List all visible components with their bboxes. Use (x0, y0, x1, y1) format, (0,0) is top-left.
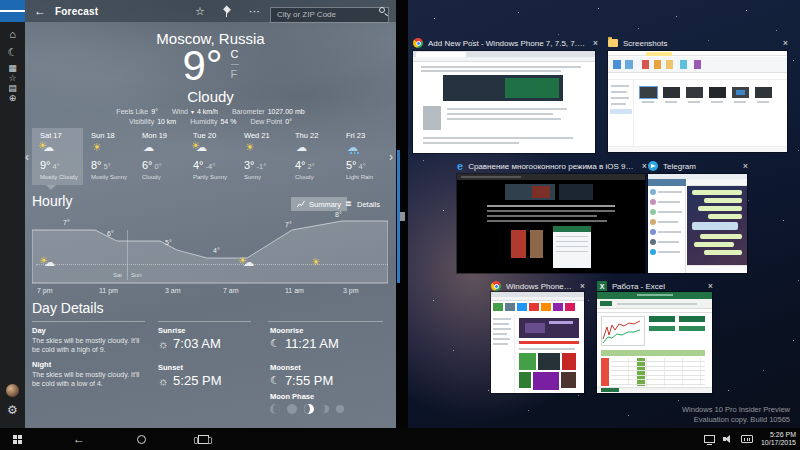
close-window-button[interactable]: × (591, 38, 600, 48)
start-button[interactable] (0, 428, 34, 450)
day-low: 4° (53, 162, 60, 171)
unit-celsius-toggle[interactable]: C (231, 48, 239, 60)
screen: ⌂ ☾ ▦ ☆ ▤ ⊕ ⚙ ← Forecast ☆ ⋯ (0, 0, 800, 450)
day-name: Thu 22 (295, 131, 338, 140)
hourly-temp-label: 4° (213, 247, 220, 254)
close-window-button[interactable]: × (578, 281, 587, 291)
touch-keyboard-icon[interactable] (741, 435, 753, 443)
stat-label: Barometer (232, 108, 265, 115)
sunset-label: Sunset (158, 363, 183, 372)
cortana-search-button[interactable] (124, 428, 158, 450)
day-name: Wed 21 (244, 131, 287, 140)
search-icon[interactable] (379, 7, 385, 13)
window-title: Add New Post - Windows Phone 7, 7.5, 7.8… (428, 39, 586, 48)
window-thumbnail-telegram[interactable] (648, 174, 747, 273)
cloudy-icon: ☁ (295, 142, 315, 154)
daily-item-mon[interactable]: Mon 19 ☁ 6°0° Cloudy (134, 128, 185, 185)
partly-sunny-icon: ☀☁ (193, 142, 213, 154)
daily-item-wed[interactable]: Wed 21 ☀ 3°-1° Sunny (236, 128, 287, 185)
edge-icon: e (457, 161, 463, 171)
daily-item-tue[interactable]: Tue 20 ☀☁ 4°-4° Partly Sunny (185, 128, 236, 185)
partly-cloudy-icon: ☀☁ (240, 257, 260, 269)
pin-to-start-icon[interactable] (223, 6, 231, 17)
close-window-button[interactable]: × (706, 281, 715, 291)
network-icon[interactable] (704, 435, 715, 443)
tray-time: 5:26 PM (761, 431, 796, 440)
window-thumbnail-wordpress[interactable] (413, 51, 595, 153)
sunny-icon: ☀ (244, 142, 264, 154)
snap-divider-handle[interactable] (400, 212, 405, 221)
hourly-temp-label: 6° (107, 230, 114, 237)
favorite-star-icon[interactable]: ☆ (195, 5, 205, 18)
back-button[interactable]: ← (25, 4, 55, 18)
daily-item-thu[interactable]: Thu 22 ☁ 4°2° Cloudy (287, 128, 338, 185)
window-header: Screenshots × (608, 37, 790, 49)
close-window-button[interactable]: × (741, 161, 750, 171)
window-thumbnail-excel[interactable] (597, 292, 712, 393)
details-button[interactable]: ≣ Details (339, 197, 386, 211)
daily-item-sat[interactable]: Sat 17 ☀☁ 9°4° Mostly Cloudy (32, 128, 83, 185)
window-title: Screenshots (623, 39, 776, 48)
summary-label: Summary (309, 200, 341, 209)
volume-icon[interactable] (723, 435, 733, 444)
hourly-temp-label: 8° (335, 211, 342, 218)
mostly-cloudy-icon: ☀☁ (40, 142, 60, 154)
day-name: Sun 18 (91, 131, 134, 140)
moon-phase-full-icon (336, 405, 344, 413)
day-low: 0° (155, 162, 162, 171)
window-thumbnail-explorer[interactable] (608, 51, 787, 152)
window-thumbnail-edge[interactable] (457, 174, 645, 273)
sunny-icon: ☀ (310, 257, 330, 269)
summary-chart-icon (297, 200, 305, 208)
world-weather-icon[interactable]: ⊕ (0, 88, 25, 108)
moonrise-icon: ☾ (270, 337, 280, 350)
search-input[interactable] (270, 7, 389, 23)
sunrise-value: ☼ 7:03 AM (158, 336, 221, 351)
sunset-value: ☼ 5:25 PM (158, 373, 222, 388)
snap-divider[interactable] (396, 0, 408, 428)
divider (268, 321, 383, 322)
hourly-temp-label: 7° (63, 219, 70, 226)
partly-cloudy-icon: ☀☁ (41, 257, 61, 269)
system-tray: 5:26 PM 10/17/2015 (704, 428, 796, 450)
day-condition: Partly Sunny (193, 174, 236, 180)
hourly-temperature-chart (32, 212, 388, 284)
window-thumbnail-chrome-site[interactable] (491, 292, 584, 393)
day-description: The skies will be mostly cloudy. It'll b… (32, 336, 146, 354)
daily-item-fri[interactable]: Fri 23 ☁ 5°4° Light Rain (338, 128, 389, 185)
settings-gear-icon[interactable]: ⚙ (0, 400, 25, 420)
moonset-label: Moonset (270, 363, 301, 372)
more-options-icon[interactable]: ⋯ (249, 5, 261, 18)
home-icon[interactable]: ⌂ (0, 24, 25, 44)
sunrise-label: Sunrise (158, 326, 186, 335)
taskbar-back-button[interactable]: ← (62, 428, 96, 450)
night-label: Night (32, 360, 51, 369)
stat-label: Humidity (190, 118, 217, 125)
daily-item-sun[interactable]: Sun 18 ☀ 8°5° Mostly Sunny (83, 128, 134, 185)
weather-main: ← Forecast ☆ ⋯ Moscow, Russia 9° C F (25, 0, 396, 428)
daily-scroll-right-icon[interactable]: › (389, 150, 393, 164)
close-window-button[interactable]: × (781, 38, 790, 48)
daily-scroll-left-icon[interactable]: ‹ (25, 150, 29, 164)
divider (158, 321, 251, 322)
day-condition: Cloudy (295, 174, 338, 180)
task-view-button[interactable] (186, 428, 220, 450)
night-description: The skies will be mostly cloudy. It'll b… (32, 370, 146, 388)
day-boundary-right-label: Sun (131, 272, 142, 278)
clock[interactable]: 5:26 PM 10/17/2015 (761, 431, 796, 448)
cloudy-icon: ☁ (142, 142, 162, 154)
moon-phase-full-icon (287, 404, 297, 414)
user-avatar[interactable] (0, 380, 25, 400)
moonset-time: 7:55 PM (285, 373, 333, 388)
moonrise-value: ☾ 11:21 AM (270, 336, 339, 351)
unit-fahrenheit-toggle[interactable]: F (231, 64, 239, 80)
moon-phase-icons (270, 404, 344, 414)
day-high: 4° (295, 159, 306, 171)
moon-phase-crescent-icon (270, 404, 280, 414)
mostly-sunny-icon: ☀ (91, 142, 111, 154)
moonset-value: ☾ 7:55 PM (270, 373, 333, 388)
hourly-time-label: 7 pm (37, 287, 53, 294)
hamburger-menu-button[interactable] (0, 0, 25, 22)
stat-value: 10 km (157, 118, 176, 125)
day-condition: Cloudy (142, 174, 185, 180)
